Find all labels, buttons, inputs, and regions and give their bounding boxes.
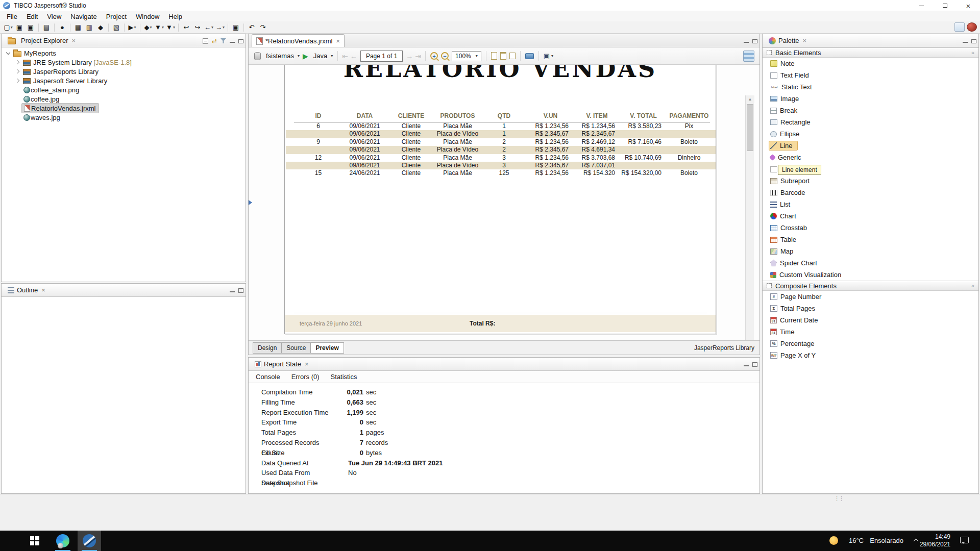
palette-item[interactable]: Rectangle	[763, 116, 978, 128]
taskbar-edge-button[interactable]	[51, 531, 75, 551]
new-datasource-icon[interactable]: ▥	[84, 22, 94, 33]
minimize-panel-icon[interactable]	[230, 39, 235, 43]
expand-chevron-icon[interactable]	[14, 67, 22, 76]
toolbar-icon[interactable]	[108, 23, 109, 32]
undo-icon[interactable]: ↶	[247, 22, 257, 33]
palette-item[interactable]: Spider Chart	[763, 257, 978, 269]
palette-item[interactable]: Σ Total Pages	[763, 303, 978, 314]
close-icon[interactable]: ×	[305, 360, 309, 368]
tree-item[interactable]: JRE System Library [JavaSE-1.8]	[2, 58, 246, 67]
sash-restore-arrow-icon[interactable]	[249, 200, 252, 205]
tree-item[interactable]: RelatorioVendas.jrxml	[2, 104, 246, 113]
palette-item[interactable]: List	[763, 198, 978, 210]
dropdown-caret-icon[interactable]	[223, 25, 225, 30]
palette-item[interactable]: Barcode	[763, 187, 978, 198]
taskbar-temperature[interactable]: 16°C	[849, 537, 864, 544]
palette-item[interactable]: Note	[763, 58, 978, 69]
taskbar-jaspersoft-button[interactable]	[78, 531, 101, 551]
maximize-panel-icon[interactable]	[238, 288, 243, 293]
show-hidden-icons-chevron[interactable]	[914, 539, 919, 544]
palette-item[interactable]: Text Field	[763, 69, 978, 81]
language-select[interactable]: Java▾	[311, 52, 333, 60]
toolbar-icon[interactable]	[124, 23, 125, 32]
tab-relatoriovendas[interactable]: *RelatorioVendas.jrxml ×	[252, 34, 345, 47]
toolbar-icon[interactable]	[243, 23, 244, 32]
save-report-button[interactable]: ▣▾	[544, 52, 553, 60]
editor-mode-tab[interactable]: Preview	[310, 342, 344, 354]
scroll-up-icon[interactable]: ▲	[746, 95, 754, 103]
style-icon[interactable]: ◆	[143, 22, 153, 33]
scrollbar-thumb[interactable]	[747, 104, 753, 151]
last-edit-back-icon[interactable]: ↩	[181, 22, 191, 33]
link-with-editor-icon[interactable]: ⇄	[212, 38, 217, 44]
dropdown-caret-icon[interactable]	[173, 25, 175, 30]
dropdown-caret-icon[interactable]	[150, 25, 152, 30]
resize-grip-icon[interactable]: ⋮⋮	[834, 495, 843, 502]
palette-item[interactable]: Line	[763, 140, 978, 152]
save-icon[interactable]: ▣	[14, 22, 24, 33]
editor-mode-tab[interactable]: Source	[281, 342, 311, 354]
tree-item[interactable]: waves.jpg	[2, 113, 246, 122]
export-report-icon[interactable]	[525, 53, 534, 59]
palette-section-composite[interactable]: Composite Elements «	[763, 281, 978, 291]
close-window-button[interactable]: ×	[957, 0, 980, 11]
toolbar-icon[interactable]	[140, 23, 140, 32]
menu-item[interactable]: Navigate	[66, 12, 101, 21]
previous-page-icon[interactable]: ←	[350, 52, 357, 60]
toolbar-icon[interactable]	[38, 23, 39, 32]
report-state-tab[interactable]: Errors (0)	[291, 373, 320, 381]
last-edit-forward-icon[interactable]: ↪	[192, 22, 203, 33]
zoom-in-icon[interactable]: +	[430, 52, 438, 60]
palette-item[interactable]: Table	[763, 234, 978, 245]
run-report-icon[interactable]: ▶	[127, 22, 137, 33]
last-page-icon[interactable]: ⇥	[415, 52, 421, 60]
annotation-icon[interactable]: ▼	[165, 22, 176, 33]
menu-item[interactable]: File	[2, 12, 22, 21]
maximize-panel-icon[interactable]	[752, 39, 757, 43]
filter-icon[interactable]	[220, 38, 226, 43]
maximize-panel-icon[interactable]	[971, 39, 976, 43]
palette-item[interactable]: 31 Time	[763, 326, 978, 338]
report-state-tab[interactable]: Statistics	[331, 373, 357, 381]
palette-item[interactable]: Generic	[763, 152, 978, 163]
close-icon[interactable]: ×	[71, 37, 76, 44]
edit-wizard-icon[interactable]: ◆	[95, 22, 106, 33]
tree-item-root[interactable]: MyReports	[2, 48, 246, 58]
palette-section-basic[interactable]: Basic Elements «	[763, 47, 978, 58]
compiled-file-icon[interactable]: ▤	[41, 22, 52, 33]
zoom-level-select[interactable]: 100%▾	[452, 51, 481, 61]
palette-item[interactable]: Crosstab	[763, 222, 978, 234]
close-icon[interactable]: ×	[336, 37, 340, 45]
palette-item[interactable]: Chart	[763, 210, 978, 222]
next-page-icon[interactable]: →	[406, 52, 413, 60]
palette-item[interactable]: label Static Text	[763, 81, 978, 93]
zoom-out-icon[interactable]: −	[441, 52, 449, 60]
run-preview-icon[interactable]: ▶	[303, 52, 308, 60]
toolbar-icon[interactable]	[70, 23, 70, 32]
tree-item[interactable]: JasperReports Library	[2, 67, 246, 76]
palette-item[interactable]: Custom Visualization	[763, 269, 978, 281]
actual-size-icon[interactable]	[491, 52, 497, 60]
dropdown-caret-icon[interactable]	[211, 25, 213, 30]
palette-item[interactable]: Image	[763, 93, 978, 105]
menu-item[interactable]: Edit	[22, 12, 42, 21]
fit-page-icon[interactable]	[500, 52, 506, 60]
palette-item[interactable]: # Page Number	[763, 291, 978, 303]
collapse-section-icon[interactable]: «	[971, 49, 974, 56]
forward-icon[interactable]: →	[215, 22, 225, 33]
new-image-icon[interactable]: ▦	[73, 22, 83, 33]
new-report-wizard-icon[interactable]: ▢	[3, 22, 13, 33]
taskbar-clock[interactable]: 14:49 29/06/2021	[920, 533, 950, 548]
menu-item[interactable]: Project	[102, 12, 131, 21]
open-perspective-icon[interactable]	[954, 22, 965, 32]
report-state-tab[interactable]: Console	[256, 373, 280, 381]
toolbar-icon[interactable]	[54, 23, 55, 32]
tab-report-state[interactable]: Report State ×	[252, 358, 312, 370]
debug-icon[interactable]: ●	[57, 22, 67, 33]
minimize-panel-icon[interactable]	[744, 39, 749, 43]
tree-item[interactable]: coffee_stain.png	[2, 85, 246, 94]
save-all-icon[interactable]: ▣	[26, 22, 36, 33]
close-icon[interactable]: ×	[41, 286, 45, 294]
taskbar-weather-label[interactable]: Ensolarado	[870, 537, 903, 544]
maximize-panel-icon[interactable]	[238, 39, 243, 43]
